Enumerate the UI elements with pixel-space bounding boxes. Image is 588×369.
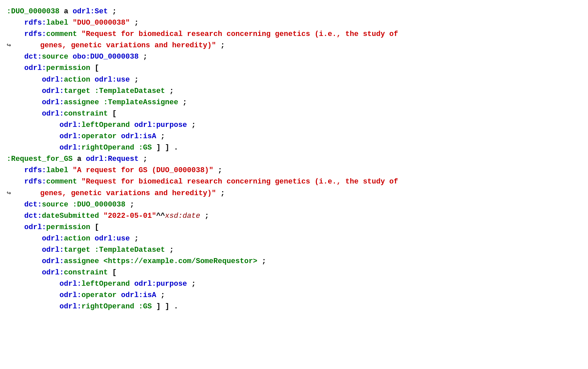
code-token: genes, genetic variations and heredity)" xyxy=(27,40,216,51)
code-token: ; xyxy=(130,74,139,86)
code-token: assignee xyxy=(64,256,99,267)
code-line: odrl:action odrl:use ; xyxy=(7,74,581,86)
code-token xyxy=(90,74,95,86)
code-token: ; xyxy=(156,290,165,301)
indent-space xyxy=(7,63,24,74)
indent-space xyxy=(7,29,24,40)
code-token: rdfs: xyxy=(24,29,46,40)
code-line: odrl:action odrl:use ; xyxy=(7,233,581,244)
code-token: ; xyxy=(165,86,174,97)
indent-space xyxy=(7,142,59,154)
code-token: odrl: xyxy=(42,86,64,97)
code-token: constraint xyxy=(64,267,108,278)
code-token: a xyxy=(59,6,73,17)
code-token: source xyxy=(42,51,68,63)
code-token: odrl:Request xyxy=(86,154,139,165)
code-line: odrl:rightOperand :GS ] ] . xyxy=(7,301,581,312)
code-token xyxy=(77,29,81,40)
code-token: "DUO_0000038" xyxy=(73,17,130,29)
code-token: [ xyxy=(90,63,99,74)
indent-space xyxy=(7,176,24,187)
code-token: odrl: xyxy=(42,244,64,256)
code-token: ; xyxy=(156,131,165,142)
code-token: comment xyxy=(46,176,77,187)
code-token xyxy=(68,199,73,210)
code-token: odrl:isA xyxy=(121,290,156,301)
code-token: ; xyxy=(187,120,196,131)
code-line: rdfs:label "DUO_0000038" ; xyxy=(7,17,581,29)
code-token xyxy=(130,120,134,131)
code-token xyxy=(117,131,121,142)
code-token: target xyxy=(64,244,90,256)
code-line: odrl:permission [ xyxy=(7,222,581,233)
indent-space xyxy=(7,278,59,290)
indent-space xyxy=(7,131,59,142)
code-token: dct: xyxy=(24,51,42,63)
code-token: "Request for biomedical research concern… xyxy=(81,29,398,40)
code-token xyxy=(99,210,103,222)
code-token: rightOperand xyxy=(81,301,134,312)
code-line: :Request_for_GS a odrl:Request ; xyxy=(7,154,581,165)
code-token: "2022-05-01" xyxy=(103,210,156,222)
code-token: ; xyxy=(108,6,117,17)
code-token: obo:DUO_0000038 xyxy=(73,51,139,63)
code-token: odrl: xyxy=(42,97,64,108)
code-line: rdfs:label "A request for GS (DUO_000003… xyxy=(7,165,581,176)
indent-space xyxy=(7,267,42,278)
code-token: odrl: xyxy=(59,290,81,301)
code-line: dct:dateSubmitted "2022-05-01"^^xsd:date… xyxy=(7,210,581,222)
code-token: odrl: xyxy=(42,74,64,86)
code-token xyxy=(130,278,134,290)
code-token: label xyxy=(46,165,68,176)
code-token: odrl:use xyxy=(95,74,130,86)
code-token: odrl: xyxy=(42,267,64,278)
code-line: dct:source obo:DUO_0000038 ; xyxy=(7,51,581,63)
code-token: action xyxy=(64,74,90,86)
code-line: ↪ genes, genetic variations and heredity… xyxy=(7,188,581,199)
code-line: odrl:rightOperand :GS ] ] . xyxy=(7,142,581,154)
indent-space xyxy=(7,290,59,301)
code-token: assignee xyxy=(64,97,99,108)
indent-space xyxy=(7,86,42,97)
code-line: odrl:assignee :TemplateAssignee ; xyxy=(7,97,581,108)
code-token: [ xyxy=(108,108,117,120)
code-token: "A request for GS (DUO_0000038)" xyxy=(73,165,213,176)
code-token: [ xyxy=(90,222,99,233)
indent-space xyxy=(7,301,59,312)
code-token: ^^ xyxy=(156,210,165,222)
code-line: rdfs:comment "Request for biomedical res… xyxy=(7,29,581,40)
code-token xyxy=(117,290,121,301)
code-token: ] ] . xyxy=(152,142,178,154)
code-line: odrl:constraint [ xyxy=(7,267,581,278)
code-token: rdfs: xyxy=(24,17,46,29)
code-line: odrl:constraint [ xyxy=(7,108,581,120)
code-token: odrl:isA xyxy=(121,131,156,142)
code-token: odrl:use xyxy=(95,233,130,244)
indent-space xyxy=(7,108,42,120)
code-token: :GS xyxy=(139,142,152,154)
code-container: :DUO_0000038 a odrl:Set ; rdfs:label "DU… xyxy=(7,6,581,313)
code-token: ; xyxy=(125,199,134,210)
indent-space xyxy=(7,244,42,256)
indent-space xyxy=(7,97,42,108)
code-token: permission xyxy=(46,63,90,74)
code-token: :Request_for_GS xyxy=(7,154,73,165)
indent-space xyxy=(7,17,24,29)
code-token: ; xyxy=(216,40,225,51)
code-token: odrl: xyxy=(42,256,64,267)
code-token: ; xyxy=(139,51,147,63)
code-token: a xyxy=(73,154,86,165)
code-token: comment xyxy=(46,29,77,40)
indent-space xyxy=(7,74,42,86)
indent-space xyxy=(7,256,42,267)
code-token xyxy=(99,256,103,267)
code-token: odrl: xyxy=(59,278,81,290)
code-token xyxy=(134,301,139,312)
code-line: odrl:leftOperand odrl:purpose ; xyxy=(7,120,581,131)
code-token: :TemplateAssignee xyxy=(103,97,178,108)
code-token: rdfs: xyxy=(24,165,46,176)
code-token xyxy=(68,17,73,29)
code-token: rdfs: xyxy=(24,176,46,187)
indent-space xyxy=(7,210,24,222)
code-token: constraint xyxy=(64,108,108,120)
